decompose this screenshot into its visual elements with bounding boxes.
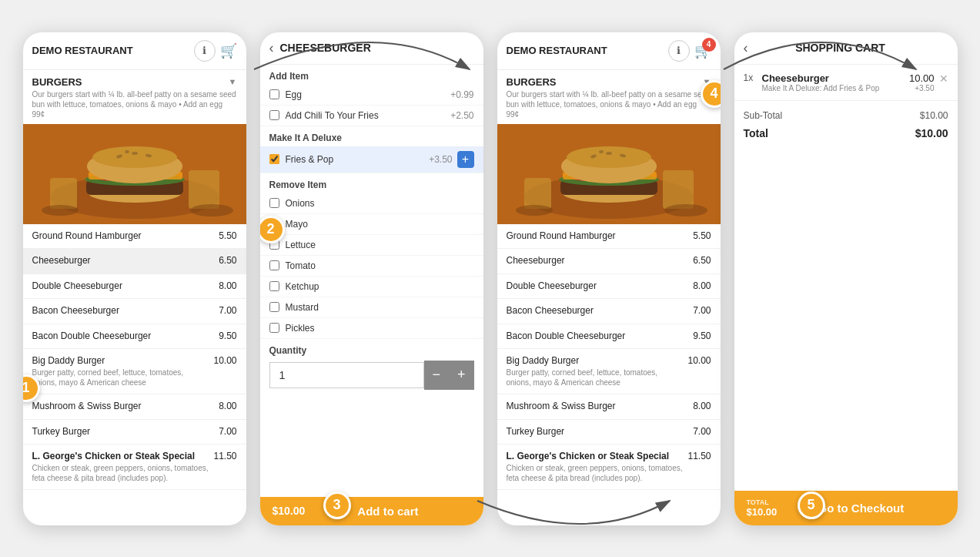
restaurant-name-1: DEMO RESTAURANT <box>32 45 189 56</box>
subtotal-value: $10.00 <box>920 110 948 121</box>
option-pickles[interactable]: Pickles <box>260 318 483 339</box>
option-ketchup[interactable]: Ketchup <box>260 277 483 297</box>
menu-item-bacon-double[interactable]: Bacon Double Cheeseburger 9.50 <box>23 324 246 350</box>
quantity-input[interactable] <box>269 362 424 388</box>
ketchup-checkbox[interactable] <box>269 281 279 291</box>
menu-item-cheese-3[interactable]: Cheeseburger 6.50 <box>497 249 721 274</box>
info-button-3[interactable]: ℹ <box>668 40 690 62</box>
option-onions[interactable]: Onions <box>260 193 483 214</box>
phone1-restaurant-menu: 1 DEMO RESTAURANT ℹ 🛒 BURGERS ▼ Our burg… <box>23 32 246 525</box>
phone2-header: ‹ CHEESEBURGER <box>260 32 483 65</box>
quantity-increase-button[interactable]: + <box>449 361 474 390</box>
item-name: L. George's Chicken or Steak Special <box>507 451 684 463</box>
option-lettuce[interactable]: Lettuce <box>260 235 483 256</box>
cart-item-mods: Make It A Deluxe: Add Fries & Pop <box>762 84 909 92</box>
item-name: Bacon Cheeseburger <box>507 305 684 317</box>
menu-item-ms-3[interactable]: Mushroom & Swiss Burger 8.00 <box>497 394 721 420</box>
menu-item-double-cheese[interactable]: Double Cheeseburger 8.00 <box>23 274 246 300</box>
item-name: Cheeseburger <box>32 255 210 267</box>
info-icon-3: ℹ <box>677 45 681 56</box>
option-chili-fries[interactable]: Add Chili To Your Fries +2.50 <box>260 106 483 126</box>
menu-item-turkey[interactable]: Turkey Burger 7.00 <box>23 420 246 445</box>
section-desc-3: Our burgers start with ¼ lb. all-beef pa… <box>497 89 721 124</box>
svg-point-19 <box>42 205 79 216</box>
item-name: Double Cheeseburger <box>507 280 684 293</box>
item-price: 8.00 <box>684 401 711 411</box>
item-price: 6.50 <box>684 255 711 266</box>
pickles-checkbox[interactable] <box>269 323 279 333</box>
egg-checkbox[interactable] <box>269 89 279 99</box>
phone4-shopping-cart: 5 ‹ SHOPPING CART 1x Cheeseburger Make I… <box>734 32 958 525</box>
quantity-decrease-button[interactable]: − <box>424 361 450 390</box>
info-icon-1: ℹ <box>202 45 206 56</box>
menu-item-bigdaddy-3[interactable]: Big Daddy Burger Burger patty, corned be… <box>497 349 721 394</box>
menu-item-bdc-3[interactable]: Bacon Double Cheeseburger 9.50 <box>497 324 721 350</box>
item-price: 8.00 <box>684 280 711 291</box>
chili-fries-price: +2.50 <box>450 110 473 121</box>
info-button-1[interactable]: ℹ <box>194 40 216 62</box>
svg-point-32 <box>606 152 612 155</box>
option-tomato[interactable]: Tomato <box>260 256 483 277</box>
cart-badge-3: 4 <box>702 38 716 52</box>
lettuce-label: Lettuce <box>286 240 474 250</box>
item-title-2: CHEESEBURGER <box>280 42 474 54</box>
checkout-bar[interactable]: TOTAL $10.00 Go to Checkout <box>734 491 958 525</box>
onions-checkbox[interactable] <box>269 198 279 208</box>
food-image-1 <box>23 124 246 224</box>
item-price: 5.50 <box>210 230 237 241</box>
menu-item-lgeorge[interactable]: L. George's Chicken or Steak Special Chi… <box>23 445 246 490</box>
menu-item-cheeseburger[interactable]: Cheeseburger 6.50 <box>23 249 246 274</box>
pickles-label: Pickles <box>286 323 474 334</box>
cart-item-prices: 10.00 +3.50 <box>909 72 935 92</box>
item-name: Turkey Burger <box>32 426 210 438</box>
item-price: 7.00 <box>684 305 711 316</box>
tomato-checkbox[interactable] <box>269 260 279 270</box>
svg-rect-17 <box>50 178 77 209</box>
option-fries-pop[interactable]: Fries & Pop +3.50 + <box>260 146 483 173</box>
total-value: $10.00 <box>915 127 948 139</box>
chili-fries-checkbox[interactable] <box>269 110 279 120</box>
item-price: 11.50 <box>684 451 711 461</box>
menu-item-mushroom-swiss[interactable]: Mushroom & Swiss Burger 8.00 <box>23 394 246 420</box>
back-button-2[interactable]: ‹ <box>269 40 274 56</box>
menu-item-double-3[interactable]: Double Cheeseburger 8.00 <box>497 274 721 300</box>
option-mustard[interactable]: Mustard <box>260 297 483 318</box>
svg-point-30 <box>567 146 651 168</box>
section-title-3: BURGERS <box>507 76 557 88</box>
menu-item-lg-3[interactable]: L. George's Chicken or Steak Special Chi… <box>497 445 721 490</box>
phone3-restaurant-menu-updated: 4 DEMO RESTAURANT ℹ 🛒 4 BURGERS ▼ Our bu… <box>497 32 721 525</box>
item-price: 9.50 <box>684 331 711 341</box>
total-label: Total <box>744 127 768 139</box>
menu-item-bacon-3[interactable]: Bacon Cheeseburger 7.00 <box>497 299 721 324</box>
menu-item-bacon-cheese[interactable]: Bacon Cheeseburger 7.00 <box>23 299 246 324</box>
item-name: Ground Round Hamburger <box>32 230 210 243</box>
onions-label: Onions <box>286 198 474 209</box>
cart-icon-1[interactable]: 🛒 <box>220 42 237 59</box>
option-mayo[interactable]: Mayo <box>260 214 483 235</box>
fries-pop-checkbox[interactable] <box>269 154 279 164</box>
checkout-total-label: TOTAL <box>747 498 778 506</box>
option-egg[interactable]: Egg +0.99 <box>260 85 483 106</box>
subtotal-label: Sub-Total <box>744 110 783 121</box>
svg-point-18 <box>190 204 233 216</box>
menu-item-ground-round[interactable]: Ground Round Hamburger 5.50 <box>23 224 246 250</box>
item-name: Big Daddy Burger <box>507 355 684 367</box>
add-to-cart-bar[interactable]: $10.00 Add to cart <box>260 497 483 525</box>
step-badge-2: 2 <box>260 216 285 243</box>
mustard-checkbox[interactable] <box>269 302 279 312</box>
item-name: Mushroom & Swiss Burger <box>507 401 684 413</box>
menu-item-turkey-3[interactable]: Turkey Burger 7.00 <box>497 420 721 445</box>
menu-item-big-daddy[interactable]: Big Daddy Burger Burger patty, corned be… <box>23 349 246 394</box>
cart-icon-wrap-3: 🛒 4 <box>694 42 711 59</box>
item-price: 9.50 <box>210 331 237 341</box>
item-desc: Chicken or steak, green peppers, onions,… <box>507 463 684 483</box>
cart-back-button[interactable]: ‹ <box>744 40 748 56</box>
menu-item-gr-3[interactable]: Ground Round Hamburger 5.50 <box>497 224 721 250</box>
item-name: Turkey Burger <box>507 426 684 438</box>
item-detail-scroll[interactable]: Add Item Egg +0.99 Add Chili To Your Fri… <box>260 65 483 525</box>
fries-pop-add-btn[interactable]: + <box>457 151 474 168</box>
cart-remove-button[interactable]: ✕ <box>939 72 948 85</box>
item-price: 7.00 <box>684 426 711 437</box>
item-price: 8.00 <box>210 280 237 291</box>
cart-item-mod-price: +3.50 <box>909 84 935 92</box>
